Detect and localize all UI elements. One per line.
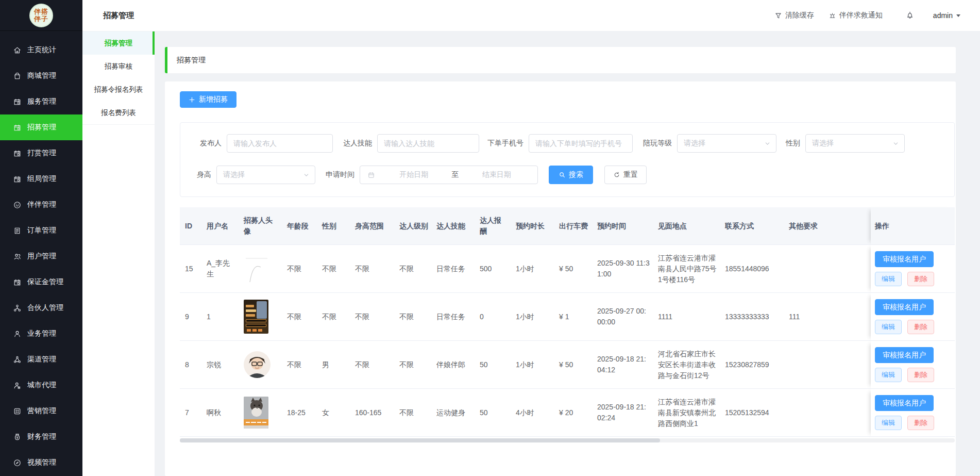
cell-meet_place: 江苏省连云港市灌南县人民中路75号1号楼116号 — [654, 245, 721, 293]
gender-placeholder: 请选择 — [812, 139, 834, 148]
cell-appoint_time: 2025-09-30 11:31:00 — [593, 245, 654, 293]
cell-other — [785, 245, 871, 293]
submenu-title: 招募管理 — [82, 0, 155, 31]
sidebar-item-1[interactable]: 商城管理 — [0, 63, 82, 89]
cell-actions: 审核报名用户编辑删除 — [871, 293, 955, 341]
filter-row-1: 发布人 达人技能 下单手机号 陪玩等级 请选择 — [193, 134, 949, 153]
table-row: 15A_李先生不限不限不限不限日常任务5001小时¥ 502025-09-30 … — [180, 245, 955, 293]
sidebar-item-3[interactable]: 招募管理 — [0, 114, 82, 140]
cell-travel_fee: ¥ 1 — [555, 293, 593, 341]
review-applicants-button[interactable]: 审核报名用户 — [875, 395, 934, 411]
cell-contact: 18551448096 — [721, 245, 785, 293]
sidebar-item-6[interactable]: 伴伴管理 — [0, 192, 82, 218]
cell-age_range: 不限 — [283, 245, 318, 293]
cell-duration: 1小时 — [512, 341, 555, 389]
horizontal-scrollbar[interactable] — [180, 438, 955, 442]
clear-cache-button[interactable]: 清除缓存 — [774, 11, 814, 20]
cell-duration: 1小时 — [512, 245, 555, 293]
edit-button[interactable]: 编辑 — [875, 416, 902, 430]
skill-input[interactable] — [377, 134, 479, 153]
start-date-input[interactable]: 开始日期 — [378, 170, 450, 179]
submenu-item-0[interactable]: 招募管理 — [82, 31, 155, 55]
filter-publisher: 发布人 — [193, 134, 333, 153]
search-label: 搜索 — [569, 170, 583, 179]
clear-cache-icon — [774, 12, 782, 20]
delete-button[interactable]: 删除 — [907, 416, 934, 430]
user-menu[interactable]: admin — [933, 11, 960, 20]
cell-talent_level: 不限 — [395, 341, 432, 389]
height-label: 身高 — [193, 170, 216, 179]
scrollbar-thumb[interactable] — [180, 438, 660, 442]
cell-height_range: 不限 — [351, 341, 395, 389]
sidebar-item-16[interactable]: 视频管理 — [0, 450, 82, 475]
column-header-9: 预约时长 — [512, 207, 555, 245]
column-header-8: 达人报酬 — [476, 207, 512, 245]
delete-button[interactable]: 删除 — [907, 272, 934, 286]
edit-button[interactable]: 编辑 — [875, 320, 902, 334]
review-applicants-button[interactable]: 审核报名用户 — [875, 347, 934, 363]
sidebar-item-11[interactable]: 业务管理 — [0, 321, 82, 347]
sidebar-item-14[interactable]: 营销管理 — [0, 398, 82, 424]
gender-select[interactable]: 请选择 — [805, 134, 905, 153]
reset-button[interactable]: 重置 — [604, 166, 647, 184]
edit-button[interactable]: 编辑 — [875, 368, 902, 382]
review-applicants-button[interactable]: 审核报名用户 — [875, 251, 934, 267]
order-phone-input[interactable] — [529, 134, 633, 153]
cell-contact: 15230827859 — [721, 341, 785, 389]
filter-apply-time: 申请时间 开始日期 至 结束日期 — [320, 166, 538, 184]
cell-height_range: 不限 — [351, 245, 395, 293]
height-select[interactable]: 请选择 — [216, 166, 315, 184]
rescue-notify-button[interactable]: 伴伴求救通知 — [829, 11, 883, 20]
apply-time-daterange[interactable]: 开始日期 至 结束日期 — [360, 166, 538, 184]
cell-other — [785, 341, 871, 389]
sidebar-item-10[interactable]: 合伙人管理 — [0, 295, 82, 321]
review-applicants-button[interactable]: 审核报名用户 — [875, 299, 934, 315]
chevron-down-icon — [764, 140, 771, 147]
edit-button[interactable]: 编辑 — [875, 272, 902, 286]
sidebar-item-2[interactable]: 服务管理 — [0, 89, 82, 114]
cell-travel_fee: ¥ 20 — [555, 389, 593, 437]
sidebar-item-8[interactable]: 用户管理 — [0, 243, 82, 269]
sidebar-item-4[interactable]: 打赏管理 — [0, 140, 82, 166]
cell-other — [785, 389, 871, 437]
sidebar-item-0[interactable]: 主页统计 — [0, 37, 82, 63]
page-title: 招募管理 — [177, 56, 206, 65]
sidebar-item-13[interactable]: 城市代理 — [0, 372, 82, 398]
companion-level-select[interactable]: 请选择 — [677, 134, 776, 153]
cell-gender: 女 — [318, 389, 351, 437]
delete-button[interactable]: 删除 — [907, 320, 934, 334]
submenu-item-3[interactable]: 报名费列表 — [82, 101, 155, 124]
moneybag-icon — [13, 433, 22, 441]
table-header-row: ID用户名招募人头像年龄段性别身高范围达人级别达人技能达人报酬预约时长出行车费预… — [180, 207, 955, 245]
end-date-input[interactable]: 结束日期 — [461, 170, 533, 179]
column-header-1: 用户名 — [202, 207, 240, 245]
column-header-0: ID — [180, 207, 202, 245]
submenu-item-2[interactable]: 招募令报名列表 — [82, 78, 155, 101]
cell-id: 7 — [180, 389, 202, 437]
cell-talent_skill: 日常任务 — [432, 293, 476, 341]
sidebar-item-9[interactable]: 保证金管理 — [0, 269, 82, 295]
cell-talent_reward: 500 — [476, 245, 512, 293]
delete-button[interactable]: 删除 — [907, 368, 934, 382]
sidebar-item-5[interactable]: 组局管理 — [0, 166, 82, 192]
content-area: 招募管理 新增招募 发布人 达人技能 下单手机号 — [155, 31, 980, 476]
column-header-4: 性别 — [318, 207, 351, 245]
publisher-label: 发布人 — [193, 139, 227, 148]
sidebar-item-label: 视频管理 — [27, 458, 56, 467]
publisher-input[interactable] — [227, 134, 333, 153]
sidebar-item-15[interactable]: 财务管理 — [0, 424, 82, 450]
brand-logo-text-1: 伴搭 — [34, 8, 48, 15]
cell-meet_place: 1111 — [654, 293, 721, 341]
search-icon — [559, 171, 566, 178]
avatar-image — [244, 300, 268, 334]
add-recruit-button[interactable]: 新增招募 — [180, 91, 236, 108]
submenu-item-1[interactable]: 招募审核 — [82, 55, 155, 78]
search-button[interactable]: 搜索 — [549, 166, 593, 184]
sidebar-item-7[interactable]: 订单管理 — [0, 218, 82, 243]
sidebar-item-label: 打赏管理 — [27, 149, 56, 158]
primary-sidebar: 伴搭 伴子 主页统计商城管理服务管理招募管理打赏管理组局管理伴伴管理订单管理用户… — [0, 0, 82, 476]
cell-talent_level: 不限 — [395, 245, 432, 293]
sidebar-item-12[interactable]: 渠道管理 — [0, 347, 82, 372]
cell-duration: 1小时 — [512, 293, 555, 341]
notifications-bell-button[interactable] — [905, 10, 915, 21]
